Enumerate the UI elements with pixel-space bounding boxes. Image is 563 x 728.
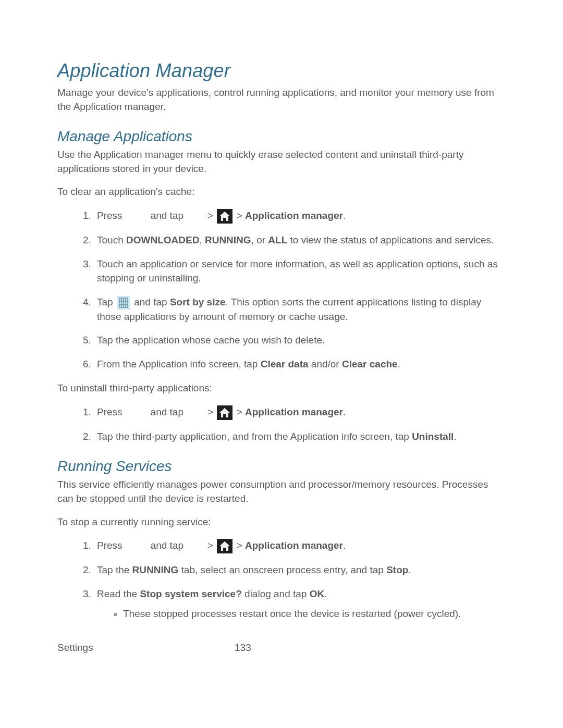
- home-icon: [217, 405, 232, 420]
- text: ,: [199, 235, 205, 245]
- lead-stop-service: To stop a currently running service:: [57, 515, 506, 529]
- step-1: Pressand tap> > Application manager.: [94, 208, 506, 224]
- period: .: [324, 588, 327, 599]
- step-3: Read the Stop system service? dialog and…: [94, 587, 506, 621]
- period: .: [343, 540, 346, 551]
- text: to view the status of applications and s…: [287, 235, 494, 245]
- app-manager-bold: Application manager: [245, 210, 343, 221]
- app-manager-bold: Application manager: [245, 540, 343, 551]
- stop-bold: Stop: [386, 564, 408, 575]
- text: Press: [97, 406, 123, 417]
- gt: >: [207, 540, 213, 551]
- clear-data-bold: Clear data: [261, 359, 309, 369]
- period: .: [343, 210, 346, 221]
- home-icon: [217, 539, 232, 553]
- page-footer: Settings 133: [57, 642, 506, 653]
- footer-section: Settings: [57, 642, 235, 653]
- gt: >: [207, 406, 213, 417]
- text: and tap: [131, 297, 170, 307]
- gt: >: [207, 210, 213, 221]
- section-heading-manage-apps: Manage Applications: [57, 128, 506, 145]
- gt: >: [237, 210, 242, 221]
- step-1: Pressand tap> > Application manager.: [94, 538, 506, 553]
- downloaded-bold: DOWNLOADED: [126, 235, 199, 245]
- step-2: Tap the third-party application, and fro…: [94, 429, 506, 444]
- running-bold: RUNNING: [132, 564, 179, 575]
- text: Press: [97, 210, 123, 221]
- menu-grid-icon: [117, 296, 130, 310]
- text: tab, select an onscreen process entry, a…: [178, 564, 386, 575]
- section1-intro: Use the Application manager menu to quic…: [57, 148, 506, 176]
- text: and/or: [309, 359, 342, 369]
- text: and tap: [151, 406, 183, 417]
- step-6: From the Application info screen, tap Cl…: [94, 357, 506, 372]
- clear-cache-bold: Clear cache: [342, 359, 398, 369]
- text: Tap the third-party application, and fro…: [97, 431, 412, 442]
- period: .: [398, 359, 400, 369]
- text: Tap the: [97, 564, 132, 575]
- page-title: Application Manager: [57, 60, 506, 82]
- steps-stop-service: Pressand tap> > Application manager. Tap…: [57, 538, 506, 621]
- section-heading-running-services: Running Services: [57, 458, 506, 475]
- stop-system-service-bold: Stop system service?: [140, 588, 241, 599]
- lead-clear-cache: To clear an application's cache:: [57, 185, 506, 199]
- bullet: These stopped processes restart once the…: [123, 607, 506, 621]
- lead-uninstall: To uninstall third-party applications:: [57, 381, 506, 396]
- step-2: Tap the RUNNING tab, select an onscreen …: [94, 563, 506, 577]
- text: Press: [97, 540, 123, 551]
- steps-uninstall: Pressand tap> > Application manager. Tap…: [57, 405, 506, 444]
- gt: >: [237, 406, 242, 417]
- step-4: Tap and tap Sort by size. This option so…: [94, 295, 506, 324]
- sub-bullets: These stopped processes restart once the…: [97, 607, 506, 621]
- all-bold: ALL: [268, 235, 287, 245]
- text: dialog and tap: [242, 588, 310, 599]
- step-1: Pressand tap> > Application manager.: [94, 405, 506, 420]
- text: and tap: [151, 210, 183, 221]
- gt: >: [237, 540, 242, 551]
- uninstall-bold: Uninstall: [412, 431, 454, 442]
- text: Read the: [97, 588, 140, 599]
- step-5: Tap the application whose cache you wish…: [94, 333, 506, 348]
- steps-clear-cache: Pressand tap> > Application manager. Tou…: [57, 208, 506, 371]
- period: .: [343, 406, 346, 417]
- title-intro: Manage your device's applications, contr…: [57, 86, 506, 114]
- text: , or: [251, 235, 268, 245]
- ok-bold: OK: [310, 588, 325, 599]
- step-2: Touch DOWNLOADED, RUNNING, or ALL to vie…: [94, 233, 506, 248]
- running-bold: RUNNING: [205, 235, 251, 245]
- text: Touch: [97, 235, 126, 245]
- section2-intro: This service efficiently manages power c…: [57, 478, 506, 505]
- document-page: Application Manager Manage your device's…: [0, 0, 563, 685]
- text: Tap: [97, 297, 116, 307]
- sort-by-size-bold: Sort by size: [170, 297, 226, 307]
- app-manager-bold: Application manager: [245, 406, 343, 417]
- period: .: [408, 564, 411, 575]
- step-3: Touch an application or service for more…: [94, 257, 506, 286]
- text: and tap: [151, 540, 183, 551]
- text: From the Application info screen, tap: [97, 359, 261, 369]
- footer-page-number: 133: [235, 642, 251, 653]
- home-icon: [217, 209, 232, 224]
- period: .: [454, 431, 456, 442]
